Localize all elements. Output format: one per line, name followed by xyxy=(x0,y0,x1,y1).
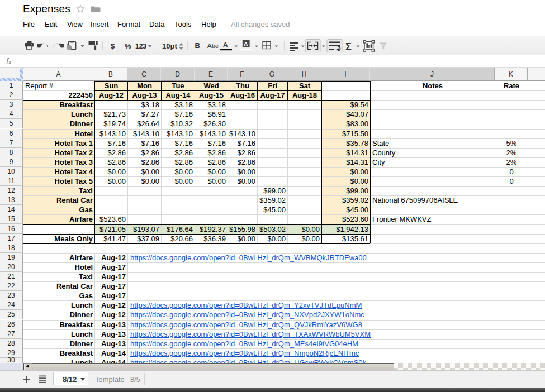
svg-text:10pt: 10pt xyxy=(162,42,177,50)
svg-text:A: A xyxy=(223,41,229,49)
svg-text:Σ: Σ xyxy=(345,41,352,52)
svg-text:Abc: Abc xyxy=(207,42,219,49)
svg-text:A: A xyxy=(244,41,248,47)
svg-text:%: % xyxy=(125,42,131,50)
svg-text:123: 123 xyxy=(135,42,146,50)
svg-text:B: B xyxy=(195,41,200,50)
svg-text:$: $ xyxy=(111,42,115,50)
